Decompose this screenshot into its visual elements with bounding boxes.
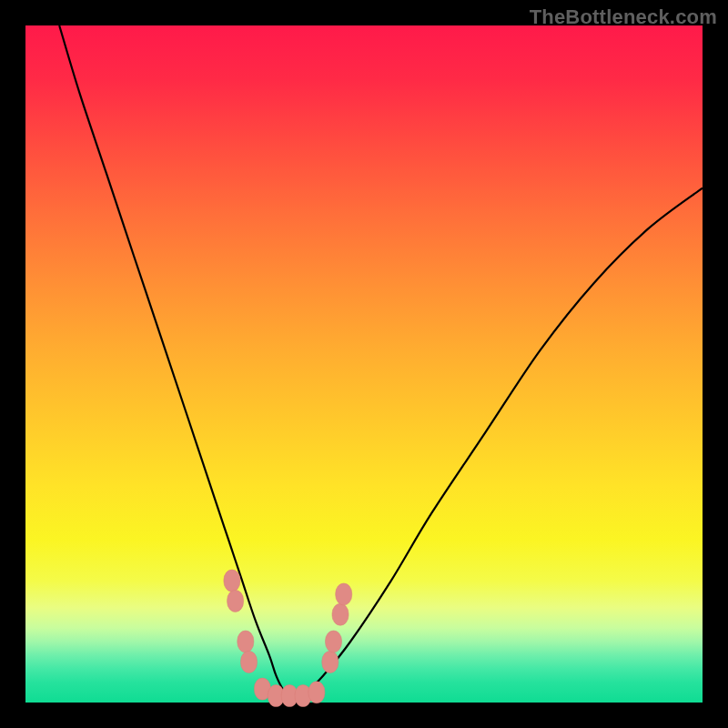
watermark-text: TheBottleneck.com xyxy=(530,5,717,29)
marker-cluster xyxy=(224,570,352,707)
curve-layer xyxy=(25,25,703,703)
plot-area xyxy=(25,25,703,703)
marker xyxy=(326,631,342,652)
chart-canvas: TheBottleneck.com xyxy=(0,0,728,728)
marker xyxy=(224,570,240,592)
marker xyxy=(241,651,258,672)
marker xyxy=(308,682,325,703)
marker xyxy=(332,603,349,625)
marker xyxy=(238,631,254,652)
bottleneck-curve xyxy=(59,25,703,696)
marker xyxy=(228,590,244,612)
marker xyxy=(322,651,339,672)
marker xyxy=(336,583,352,605)
